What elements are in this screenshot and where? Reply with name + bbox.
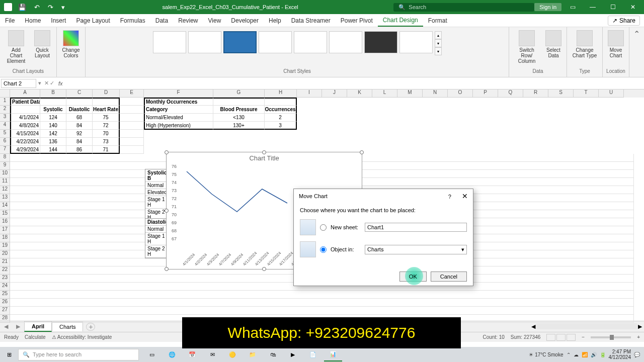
tab-power-pivot[interactable]: Power Pivot — [336, 15, 378, 26]
col-header[interactable]: K — [347, 89, 372, 98]
tray-time[interactable]: 2:47 PM — [609, 349, 631, 354]
excel-icon[interactable]: 📊 — [324, 347, 342, 361]
change-colors-button[interactable]: Change Colors — [60, 29, 82, 59]
cell[interactable]: 140 — [40, 122, 66, 130]
cell[interactable]: 75 — [93, 114, 120, 122]
row-header[interactable]: 10 — [0, 170, 10, 178]
col-header[interactable]: P — [473, 89, 498, 98]
row-header[interactable]: 7 — [0, 146, 10, 154]
tab-formulas[interactable]: Formulas — [115, 15, 150, 26]
cell[interactable]: 142 — [40, 130, 66, 138]
row-header[interactable]: 23 — [0, 275, 10, 283]
change-chart-type-button[interactable]: Change Chart Type — [570, 29, 599, 59]
add-sheet-button[interactable]: + — [86, 323, 95, 331]
row-header[interactable]: 25 — [0, 291, 10, 299]
chart-style-3[interactable] — [223, 31, 257, 53]
cell[interactable]: 70 — [93, 130, 120, 138]
cell[interactable]: 4/1/2024 — [10, 114, 40, 122]
undo-icon[interactable]: ↶ — [32, 4, 42, 11]
chart-handle[interactable] — [360, 150, 364, 154]
sheet-nav-prev-icon[interactable]: ◀ — [0, 323, 12, 330]
cell[interactable] — [10, 106, 40, 114]
formula-input[interactable] — [65, 78, 644, 88]
fx-label[interactable]: fx — [56, 80, 65, 86]
tray-volume-icon[interactable]: 🔊 — [591, 352, 597, 357]
cell[interactable] — [120, 122, 144, 130]
tab-data-streamer[interactable]: Data Streamer — [286, 15, 336, 26]
zoom-in-icon[interactable]: + — [637, 334, 640, 340]
cell[interactable]: 73 — [93, 138, 120, 146]
col-header[interactable]: M — [397, 89, 423, 98]
cell[interactable]: 144 — [40, 146, 66, 154]
row-header[interactable]: 26 — [0, 299, 10, 307]
col-header[interactable]: I — [297, 89, 322, 98]
sheet-tab-charts[interactable]: Charts — [52, 322, 83, 331]
chart-handle[interactable] — [165, 150, 169, 154]
row-header[interactable]: 18 — [0, 234, 10, 242]
cell[interactable]: 86 — [66, 146, 93, 154]
col-header-c[interactable]: C — [66, 89, 93, 98]
ok-button[interactable]: OK — [399, 272, 427, 282]
notifications-icon[interactable]: 💬 — [634, 352, 640, 357]
chart-handle[interactable] — [262, 150, 266, 154]
task-view-icon[interactable]: ▭ — [143, 347, 161, 361]
row-header[interactable]: 14 — [0, 202, 10, 210]
cell[interactable]: Patient Data — [10, 98, 40, 106]
chart-handle[interactable] — [165, 209, 169, 213]
move-chart-button[interactable]: Move Chart — [606, 29, 626, 59]
col-header-d[interactable]: D — [93, 89, 120, 98]
cell[interactable]: High (Hypertension) — [144, 122, 213, 130]
row-header[interactable]: 24 — [0, 283, 10, 291]
row-header[interactable]: 16 — [0, 218, 10, 226]
cancel-formula-icon[interactable]: ✕ — [44, 80, 49, 86]
cell[interactable]: Heart Rate — [93, 106, 120, 114]
save-icon[interactable]: 💾 — [16, 4, 28, 11]
cell[interactable]: 130+ — [213, 122, 265, 130]
row-header[interactable]: 3 — [0, 114, 10, 122]
cell[interactable]: 92 — [66, 130, 93, 138]
tab-chart-design[interactable]: Chart Design — [378, 15, 423, 27]
cancel-button[interactable]: Cancel — [431, 272, 467, 282]
row-header[interactable]: 17 — [0, 226, 10, 234]
tab-format[interactable]: Format — [423, 15, 452, 26]
cell[interactable] — [10, 299, 634, 307]
styles-more-icon[interactable]: ▾ — [435, 47, 442, 55]
new-sheet-input[interactable] — [365, 223, 467, 232]
row-header[interactable]: 6 — [0, 138, 10, 146]
view-normal-icon[interactable] — [546, 334, 555, 341]
tray-chevron-icon[interactable]: ⌃ — [567, 352, 571, 357]
cell[interactable]: 4/29/2024 — [10, 146, 40, 154]
start-button[interactable]: ⊞ — [0, 347, 18, 362]
view-page-break-icon[interactable] — [567, 334, 576, 341]
col-header-h[interactable]: H — [265, 89, 297, 98]
tab-view[interactable]: View — [203, 15, 226, 26]
ribbon-mode-icon[interactable]: ▭ — [564, 1, 582, 13]
tab-home[interactable]: Home — [20, 15, 46, 26]
tab-help[interactable]: Help — [264, 15, 286, 26]
chart-handle[interactable] — [165, 267, 169, 271]
row-header[interactable]: 27 — [0, 307, 10, 315]
sheet-tab-april[interactable]: April — [24, 321, 52, 332]
cell[interactable]: Systolic — [40, 106, 66, 114]
row-header[interactable]: 21 — [0, 258, 10, 266]
styles-down-icon[interactable]: ▾ — [435, 39, 442, 47]
tab-review[interactable]: Review — [173, 15, 203, 26]
col-header[interactable]: O — [448, 89, 473, 98]
col-header[interactable]: Q — [498, 89, 523, 98]
edge-icon[interactable]: 🌐 — [163, 347, 181, 361]
store-icon[interactable]: 🛍 — [264, 347, 282, 361]
cell[interactable]: 84 — [66, 138, 93, 146]
add-chart-element-button[interactable]: Add Chart Element — [3, 29, 29, 65]
row-header[interactable]: 12 — [0, 186, 10, 194]
chart-style-7[interactable] — [364, 31, 397, 53]
row-header[interactable]: 15 — [0, 210, 10, 218]
hscroll-left-icon[interactable]: ◀ — [531, 323, 535, 330]
mail-icon[interactable]: ✉ — [203, 347, 221, 361]
col-header-g[interactable]: G — [213, 89, 265, 98]
weather-widget[interactable]: ☀ 17°C Smoke — [529, 352, 563, 357]
cell[interactable]: 71 — [93, 146, 120, 154]
row-header[interactable]: 11 — [0, 178, 10, 186]
row-header[interactable]: 20 — [0, 250, 10, 258]
row-header[interactable]: 4 — [0, 122, 10, 130]
hscroll-right-icon[interactable]: ▶ — [638, 323, 642, 330]
